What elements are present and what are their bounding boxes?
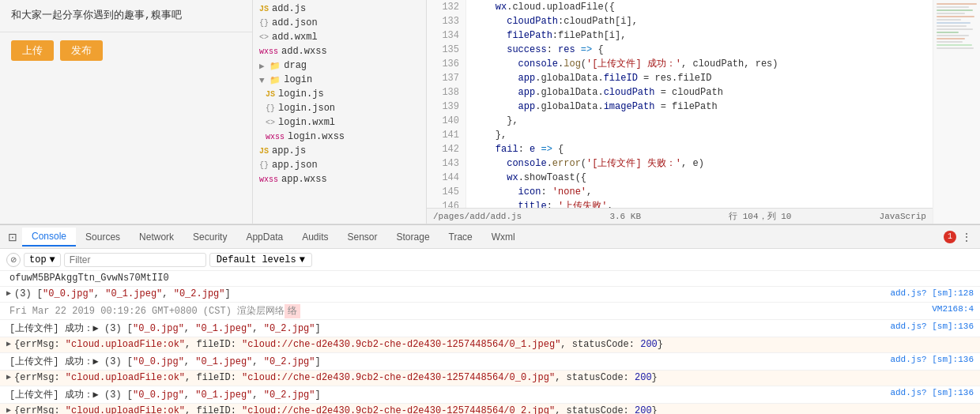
file-label: add.js — [272, 3, 306, 14]
folder-label: login — [284, 74, 312, 85]
file-label: app.wxss — [281, 174, 327, 185]
context-dropdown-icon: ▼ — [50, 254, 55, 265]
console-row: [上传文件] 成功：▶ (3) ["0_0.jpg", "0_1.jpeg", … — [0, 320, 980, 337]
file-tree-item-login-folder[interactable]: ▼ 📁 login — [253, 73, 426, 87]
code-line: fail: e => { — [473, 142, 926, 156]
console-message: {errMsg: "cloud.uploadFile:ok", fileID: … — [14, 339, 974, 350]
json-icon: {} — [259, 19, 269, 28]
file-tree-item-add-json[interactable]: {} add.json — [253, 16, 426, 30]
tab-trace[interactable]: Trace — [439, 228, 482, 246]
clear-console-button[interactable]: ⊘ — [6, 253, 21, 267]
console-message: (3) ["0_0.jpg", "0_1.jpeg", "0_2.jpg"] — [14, 288, 884, 299]
expand-icon[interactable]: ▶ — [6, 339, 11, 348]
file-tree-item-add-wxss[interactable]: wxss add.wxss — [253, 44, 426, 58]
file-tree-item-app-json[interactable]: {} app.json — [253, 158, 426, 172]
file-tree-item-login-js[interactable]: JS login.js — [253, 87, 426, 101]
console-source-link[interactable]: add.js? [sm]:136 — [890, 322, 974, 331]
console-row: [上传文件] 成功：▶ (3) ["0_0.jpg", "0_1.jpeg", … — [0, 353, 980, 371]
code-line: wx.cloud.uploadFile({ — [473, 0, 926, 14]
code-lines: wx.cloud.uploadFile({ cloudPath:cloudPat… — [466, 0, 933, 208]
tab-appdata[interactable]: AppData — [236, 228, 292, 246]
file-label: add.json — [272, 17, 318, 28]
file-tree-item-app-js[interactable]: JS app.js — [253, 144, 426, 158]
tab-wxml[interactable]: Wxml — [482, 228, 525, 246]
console-source-link[interactable]: VM2168:4 — [932, 304, 974, 314]
tab-security[interactable]: Security — [183, 228, 236, 246]
context-label: top — [29, 254, 47, 265]
js-icon: JS — [259, 5, 269, 13]
folder-label: drag — [284, 60, 307, 71]
tab-network[interactable]: Network — [130, 228, 183, 246]
code-line: console.error('[上传文件] 失败：', e) — [473, 156, 926, 171]
file-label: login.wxml — [278, 117, 335, 128]
tab-sources[interactable]: Sources — [76, 228, 130, 246]
file-tree-item-drag-folder[interactable]: ▶ 📁 drag — [253, 58, 426, 73]
console-source-link[interactable]: add.js? [sm]:136 — [890, 355, 974, 364]
file-tree-item-login-json[interactable]: {} login.json — [253, 101, 426, 115]
wxss-icon: wxss — [259, 47, 278, 56]
tab-audits[interactable]: Audits — [292, 228, 337, 246]
folder-closed-icon: ▶ 📁 — [259, 61, 281, 71]
publish-button[interactable]: 发布 — [60, 40, 103, 61]
tab-storage[interactable]: Storage — [387, 228, 439, 246]
code-line: wx.showToast({ — [473, 171, 926, 185]
console-message: Fri Mar 22 2019 00:19:26 GMT+0800 (CST) … — [9, 304, 925, 318]
console-source-link[interactable]: add.js? [sm]:136 — [890, 388, 974, 397]
file-tree-item-login-wxml[interactable]: <> login.wxml — [253, 115, 426, 130]
sidebar: 和大家一起分享你遇到的趣事,糗事吧 上传 发布 — [0, 0, 253, 224]
file-label: login.wxss — [288, 131, 345, 142]
line-numbers: 132 133 134 135 136 137 138 139 140 141 … — [427, 0, 466, 208]
console-row: ▶ (3) ["0_0.jpg", "0_1.jpeg", "0_2.jpg"]… — [0, 287, 980, 303]
file-label: login.json — [278, 103, 335, 114]
context-selector[interactable]: top ▼ — [24, 253, 61, 267]
file-tree-item-add-wxml[interactable]: <> add.wxml — [253, 30, 426, 44]
level-label: Default levels — [217, 254, 296, 265]
code-line: cloudPath:cloudPath[i], — [473, 14, 926, 28]
console-message: {errMsg: "cloud.uploadFile:ok", fileID: … — [14, 372, 974, 383]
code-line: success: res => { — [473, 43, 926, 57]
expand-icon[interactable]: ▶ — [6, 405, 11, 414]
tab-console[interactable]: Console — [22, 228, 76, 247]
file-label: add.wxss — [281, 46, 327, 57]
code-line: app.globalData.imagePath = filePath — [473, 100, 926, 114]
file-tree-item-login-wxss[interactable]: wxss login.wxss — [253, 130, 426, 144]
console-row: ▶ {errMsg: "cloud.uploadFile:ok", fileID… — [0, 371, 980, 386]
console-filter-input[interactable] — [64, 253, 206, 267]
code-content: 132 133 134 135 136 137 138 139 140 141 … — [427, 0, 933, 208]
minimap — [933, 0, 980, 224]
devtools-more-button[interactable]: ⋮ — [956, 229, 977, 245]
minimap-content — [933, 0, 980, 52]
devtools-panel: ⊡ Console Sources Network Security AppDa… — [0, 224, 980, 414]
upload-button[interactable]: 上传 — [11, 40, 54, 61]
file-tree-item-add-js[interactable]: JS add.js — [253, 2, 426, 16]
code-status-bar: /pages/add/add.js 3.6 KB 行 104，列 10 Java… — [427, 208, 933, 224]
devtools-toolbar: ⊘ top ▼ Default levels ▼ — [0, 249, 980, 271]
code-panel: 132 133 134 135 136 137 138 139 140 141 … — [427, 0, 933, 224]
js-icon: JS — [259, 147, 269, 156]
log-level-selector[interactable]: Default levels ▼ — [209, 253, 312, 267]
console-message: [上传文件] 成功：▶ (3) ["0_0.jpg", "0_1.jpeg", … — [9, 388, 884, 401]
language: JavaScrip — [880, 212, 926, 221]
code-line: icon: 'none', — [473, 185, 926, 199]
devtools-inspect-button[interactable]: ⊡ — [3, 229, 22, 245]
file-tree-item-app-wxss[interactable]: wxss app.wxss — [253, 172, 426, 186]
expand-icon[interactable]: ▶ — [6, 372, 11, 382]
console-row: ▶ {errMsg: "cloud.uploadFile:ok", fileID… — [0, 337, 980, 353]
file-tree: JS add.js {} add.json <> add.wxml wxss a… — [253, 0, 427, 224]
file-label: add.wxml — [272, 32, 318, 43]
code-line: filePath:filePath[i], — [473, 28, 926, 43]
console-source-link[interactable]: add.js? [sm]:128 — [890, 288, 974, 298]
level-dropdown-icon: ▼ — [300, 254, 305, 265]
console-output: ofuwM5BPAkggTtn_GvwNs70MtII0 ▶ (3) ["0_0… — [0, 271, 980, 414]
wxss-icon: wxss — [259, 175, 278, 184]
file-size: 3.6 KB — [609, 212, 641, 221]
console-message: [上传文件] 成功：▶ (3) ["0_0.jpg", "0_1.jpeg", … — [9, 322, 884, 335]
console-message: ofuwM5BPAkggTtn_GvwNs70MtII0 — [9, 273, 974, 284]
code-line: console.log('[上传文件] 成功：', cloudPath, res… — [473, 57, 926, 71]
expand-icon[interactable]: ▶ — [6, 288, 11, 298]
code-line: }, — [473, 128, 926, 142]
console-message: {errMsg: "cloud.uploadFile:ok", fileID: … — [14, 405, 974, 414]
json-icon: {} — [259, 161, 269, 170]
code-line: title: '上传失败', — [473, 199, 926, 208]
tab-sensor[interactable]: Sensor — [338, 228, 387, 246]
